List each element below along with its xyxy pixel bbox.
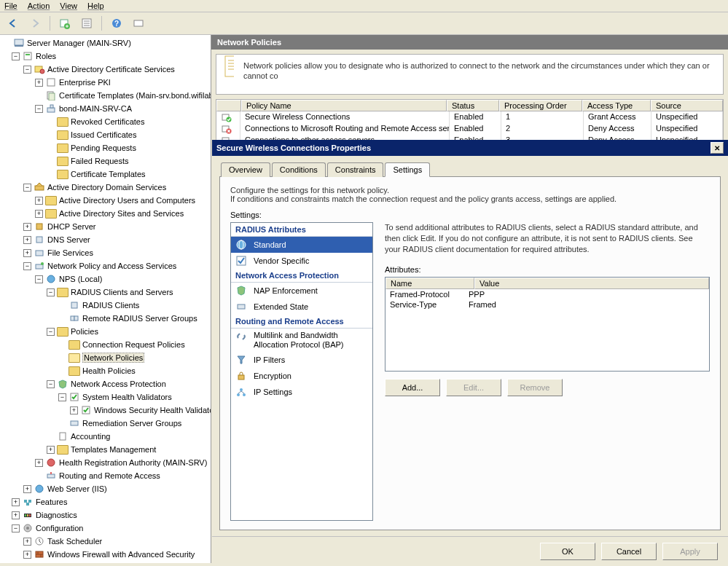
add-button[interactable]: Add... — [385, 379, 440, 396]
table-row[interactable]: Secure Wireless ConnectionsEnabled1Grant… — [216, 111, 723, 123]
svg-rect-9 — [15, 39, 23, 45]
toolbar-extra-button[interactable] — [130, 15, 147, 32]
list-item[interactable]: Service-TypeFramed — [385, 299, 709, 310]
tree-hra[interactable]: Health Registration Authority (MAIN-SRV) — [59, 458, 207, 467]
attributes-table[interactable]: Name Value Framed-ProtocolPPPService-Typ… — [385, 277, 710, 372]
tree-rrsg[interactable]: Remote RADIUS Server Groups — [82, 314, 197, 323]
tree-wfw[interactable]: Windows Firewall with Advanced Security — [47, 550, 195, 559]
tree-config[interactable]: Configuration — [36, 524, 83, 532]
svg-rect-15 — [47, 79, 55, 86]
category-rra: Routing and Remote Access — [231, 315, 372, 329]
svg-text:?: ? — [114, 20, 119, 28]
tree-rsg[interactable]: Remediation Server Groups — [82, 419, 181, 428]
tree-iis[interactable]: Web Server (IIS) — [47, 484, 107, 493]
tree-policies[interactable]: Policies — [71, 327, 98, 336]
tree-failed[interactable]: Failed Requests — [71, 157, 129, 165]
list-item[interactable]: Framed-ProtocolPPP — [385, 289, 709, 299]
tree-ctmain[interactable]: Certificate Templates (Main-srv.bond.wif… — [59, 91, 211, 100]
tree-diag[interactable]: Diagnostics — [36, 511, 77, 519]
col-status[interactable]: Status — [447, 100, 499, 111]
tree-adcs[interactable]: Active Directory Certificate Services — [47, 65, 175, 74]
cancel-button[interactable]: Cancel — [601, 543, 657, 560]
tree-wshv[interactable]: Windows Security Health Validator — [94, 406, 211, 414]
tree-ts[interactable]: Task Scheduler — [47, 537, 102, 546]
tree-certtmpl[interactable]: Certificate Templates — [71, 170, 146, 178]
tree-bondca[interactable]: bond-MAIN-SRV-CA — [59, 104, 132, 113]
tree-rra[interactable]: Routing and Remote Access — [59, 471, 160, 480]
status-icon — [216, 123, 240, 135]
forward-button[interactable] — [26, 15, 44, 32]
item-standard[interactable]: Standard — [231, 237, 372, 253]
menu-action[interactable]: Action — [28, 1, 50, 10]
col-source[interactable]: Source — [651, 100, 723, 111]
remove-button[interactable]: Remove — [507, 379, 563, 396]
tree-pending[interactable]: Pending Requests — [71, 144, 136, 152]
apply-button[interactable]: Apply — [662, 543, 718, 560]
tree-hp[interactable]: Health Policies — [82, 366, 136, 375]
tab-overview[interactable]: Overview — [221, 162, 270, 177]
tree-roles[interactable]: Roles — [36, 52, 56, 60]
table-row[interactable]: Connections to Microsoft Routing and Rem… — [216, 123, 723, 135]
tree-np[interactable]: Network Policies — [82, 353, 144, 363]
add-button[interactable] — [56, 15, 74, 32]
tree-adss[interactable]: Active Directory Sites and Services — [59, 209, 184, 218]
navigation-tree[interactable]: Server Manager (MAIN-SRV) −Roles −Active… — [0, 35, 211, 563]
folder-icon — [57, 326, 69, 337]
tree-dhcp[interactable]: DHCP Server — [47, 222, 95, 231]
shield-icon — [235, 285, 247, 296]
col-attr-name[interactable]: Name — [385, 278, 474, 289]
tree-issued[interactable]: Issued Certificates — [71, 130, 136, 139]
menu-view[interactable]: View — [60, 1, 77, 10]
tree-crp[interactable]: Connection Request Policies — [82, 340, 185, 349]
menu-file[interactable]: File — [4, 1, 17, 10]
folder-icon — [57, 155, 69, 167]
tree-npas[interactable]: Network Policy and Access Services — [47, 262, 176, 270]
template-icon — [57, 444, 69, 455]
item-encryption[interactable]: Encryption — [231, 368, 372, 384]
tree-acct[interactable]: Accounting — [71, 432, 110, 441]
edit-button[interactable]: Edit... — [446, 379, 501, 396]
item-bap[interactable]: Multilink and Bandwidth Allocation Proto… — [231, 329, 372, 352]
tree-radc[interactable]: RADIUS Clients — [82, 301, 139, 310]
tree-epki[interactable]: Enterprise PKI — [59, 78, 111, 87]
settings-categories[interactable]: RADIUS Attributes Standard Vendor Specif… — [230, 222, 373, 521]
menu-help[interactable]: Help — [87, 1, 104, 10]
tab-constraints[interactable]: Constraints — [327, 162, 384, 177]
tree-root[interactable]: Server Manager (MAIN-SRV) — [27, 39, 131, 47]
col-order[interactable]: Processing Order — [499, 100, 582, 111]
svg-rect-35 — [47, 474, 55, 478]
tree-aduc[interactable]: Active Directory Users and Computers — [59, 196, 195, 205]
col-attr-value[interactable]: Value — [474, 278, 709, 289]
tree-radcs[interactable]: RADIUS Clients and Servers — [71, 288, 173, 296]
tab-settings[interactable]: Settings — [385, 162, 430, 177]
settings-info: Configure the settings for this network … — [230, 186, 710, 203]
tree-files[interactable]: File Services — [47, 248, 93, 257]
tree-npslocal[interactable]: NPS (Local) — [59, 275, 102, 283]
tree-revoked[interactable]: Revoked Certificates — [71, 117, 145, 126]
tree-tmplmgmt[interactable]: Templates Management — [71, 445, 156, 454]
tab-conditions[interactable]: Conditions — [272, 162, 326, 177]
tree-dns[interactable]: DNS Server — [47, 235, 90, 244]
svg-rect-70 — [238, 375, 244, 380]
close-button[interactable]: ✕ — [711, 142, 724, 154]
tree-nap[interactable]: Network Access Protection — [71, 380, 166, 388]
col-policy-name[interactable]: Policy Name — [241, 100, 447, 111]
svg-point-71 — [240, 388, 243, 391]
back-button[interactable] — [4, 15, 22, 32]
item-ip-settings[interactable]: IP Settings — [231, 384, 372, 400]
item-vendor-specific[interactable]: Vendor Specific — [231, 253, 372, 269]
group-icon — [69, 417, 80, 429]
help-button[interactable]: ? — [108, 15, 125, 32]
tree-adds[interactable]: Active Directory Domain Services — [47, 183, 166, 192]
item-ip-filters[interactable]: IP Filters — [231, 352, 372, 368]
tree-features[interactable]: Features — [36, 498, 67, 506]
item-extended-state[interactable]: Extended State — [231, 299, 372, 315]
group-icon — [69, 313, 80, 324]
col-access[interactable]: Access Type — [582, 100, 651, 111]
properties-button[interactable] — [78, 15, 95, 32]
ok-button[interactable]: OK — [540, 543, 595, 560]
tree-shv[interactable]: System Health Validators — [82, 393, 172, 401]
state-icon — [235, 301, 247, 313]
expander-icon[interactable]: − — [12, 52, 20, 60]
item-nap-enforcement[interactable]: NAP Enforcement — [231, 283, 372, 299]
